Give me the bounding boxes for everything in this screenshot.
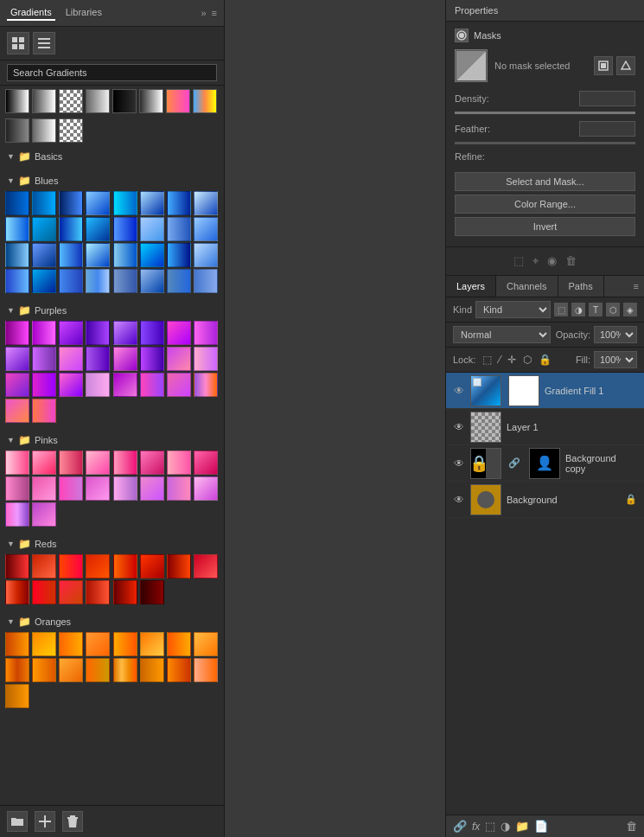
swatch[interactable] bbox=[32, 321, 56, 345]
swatch[interactable] bbox=[113, 373, 137, 397]
delete-layer-icon[interactable]: 🗑 bbox=[626, 820, 637, 833]
swatch[interactable] bbox=[167, 476, 191, 501]
layer-item[interactable]: 👁 Layer 1 bbox=[446, 409, 644, 445]
search-input[interactable] bbox=[7, 64, 217, 81]
swatch[interactable] bbox=[5, 243, 29, 267]
create-folder-button[interactable] bbox=[7, 811, 28, 832]
swatch[interactable] bbox=[194, 632, 218, 656]
toggle-mask-icon[interactable]: ◉ bbox=[547, 254, 557, 268]
shape-filter-icon[interactable]: ⬡ bbox=[606, 303, 620, 316]
fx-icon[interactable]: fx bbox=[472, 821, 480, 833]
panel-options-icon[interactable]: ≡ bbox=[634, 281, 639, 291]
swatch[interactable] bbox=[5, 658, 29, 682]
swatch[interactable] bbox=[86, 243, 110, 267]
swatch[interactable] bbox=[140, 243, 164, 267]
vector-mask-button[interactable] bbox=[616, 56, 635, 75]
swatch[interactable] bbox=[59, 269, 83, 293]
swatch[interactable] bbox=[86, 191, 110, 215]
swatch[interactable] bbox=[5, 554, 29, 578]
selection-icon[interactable]: ⬚ bbox=[513, 254, 524, 268]
feather-input[interactable] bbox=[579, 121, 635, 137]
swatch[interactable] bbox=[5, 450, 29, 475]
swatch[interactable] bbox=[194, 321, 218, 345]
swatch[interactable] bbox=[32, 632, 56, 656]
swatch[interactable] bbox=[113, 476, 137, 501]
swatch[interactable] bbox=[140, 554, 164, 578]
swatch[interactable] bbox=[140, 476, 164, 501]
swatch[interactable] bbox=[86, 554, 110, 578]
swatch[interactable] bbox=[194, 658, 218, 682]
swatch[interactable] bbox=[32, 476, 56, 501]
add-gradient-button[interactable] bbox=[35, 811, 55, 832]
swatch[interactable] bbox=[140, 632, 164, 656]
swatch[interactable] bbox=[5, 580, 29, 604]
lock-paint-icon[interactable]: ∕ bbox=[499, 354, 501, 366]
tab-channels[interactable]: Channels bbox=[496, 276, 558, 297]
kind-select[interactable]: Kind bbox=[475, 301, 551, 318]
swatch[interactable] bbox=[86, 450, 110, 475]
swatch[interactable] bbox=[5, 502, 29, 527]
swatch[interactable] bbox=[113, 347, 137, 371]
swatch[interactable] bbox=[194, 269, 218, 293]
add-mask-icon[interactable]: ⬚ bbox=[485, 820, 495, 833]
blend-mode-select[interactable]: Normal bbox=[453, 326, 551, 343]
swatch[interactable] bbox=[167, 269, 191, 293]
swatch[interactable] bbox=[194, 347, 218, 371]
swatch[interactable] bbox=[32, 399, 56, 423]
swatch[interactable] bbox=[32, 554, 56, 578]
collapse-icon[interactable]: » bbox=[201, 8, 206, 18]
swatch[interactable] bbox=[5, 217, 29, 241]
swatch[interactable] bbox=[140, 191, 164, 215]
lock-artboard-icon[interactable]: ⬡ bbox=[523, 354, 532, 366]
swatch[interactable] bbox=[194, 476, 218, 501]
swatch[interactable] bbox=[32, 118, 56, 143]
swatch[interactable] bbox=[59, 217, 83, 241]
select-and-mask-button[interactable]: Select and Mask... bbox=[455, 172, 635, 191]
swatch[interactable] bbox=[167, 554, 191, 578]
recent-swatch[interactable] bbox=[5, 89, 29, 113]
swatch[interactable] bbox=[32, 347, 56, 371]
swatch[interactable] bbox=[113, 580, 137, 604]
swatch[interactable] bbox=[167, 243, 191, 267]
swatch[interactable] bbox=[140, 580, 164, 604]
swatch[interactable] bbox=[59, 632, 83, 656]
list-view-button[interactable] bbox=[33, 32, 55, 54]
swatch[interactable] bbox=[113, 243, 137, 267]
swatch[interactable] bbox=[5, 684, 29, 708]
group-oranges-header[interactable]: ▼ 📁 Oranges bbox=[5, 613, 219, 630]
swatch[interactable] bbox=[59, 554, 83, 578]
swatch[interactable] bbox=[167, 347, 191, 371]
swatch[interactable] bbox=[86, 217, 110, 241]
lock-all-icon[interactable]: 🔒 bbox=[539, 354, 552, 366]
swatch[interactable] bbox=[194, 243, 218, 267]
swatch[interactable] bbox=[86, 580, 110, 604]
lock-pixels-icon[interactable]: ⬚ bbox=[482, 354, 492, 366]
new-group-icon[interactable]: 📁 bbox=[515, 820, 529, 833]
recent-swatch[interactable] bbox=[112, 89, 137, 113]
pixel-filter-icon[interactable]: ⬚ bbox=[554, 303, 568, 316]
swatch[interactable] bbox=[140, 450, 164, 475]
swatch[interactable] bbox=[167, 191, 191, 215]
lock-move-icon[interactable]: ✛ bbox=[507, 354, 516, 366]
color-range-button[interactable]: Color Range... bbox=[455, 195, 635, 214]
swatch[interactable] bbox=[5, 632, 29, 656]
swatch[interactable] bbox=[167, 321, 191, 345]
swatch[interactable] bbox=[86, 373, 110, 397]
swatch[interactable] bbox=[59, 243, 83, 267]
grid-view-button[interactable] bbox=[7, 32, 29, 54]
group-basics-header[interactable]: ▼ 📁 Layers Basics bbox=[5, 148, 219, 165]
swatch[interactable] bbox=[113, 450, 137, 475]
swatch[interactable] bbox=[59, 321, 83, 345]
swatch[interactable] bbox=[140, 373, 164, 397]
swatch[interactable] bbox=[140, 347, 164, 371]
swatch[interactable] bbox=[113, 632, 137, 656]
new-layer-icon[interactable]: 📄 bbox=[534, 820, 548, 833]
delete-gradient-button[interactable] bbox=[62, 811, 83, 832]
density-slider[interactable] bbox=[455, 112, 635, 114]
link-layers-icon[interactable]: 🔗 bbox=[453, 820, 467, 833]
swatch[interactable] bbox=[86, 658, 110, 682]
smart-filter-icon[interactable]: ◈ bbox=[623, 303, 637, 316]
swatch[interactable] bbox=[59, 580, 83, 604]
swatch[interactable] bbox=[59, 347, 83, 371]
menu-icon[interactable]: ≡ bbox=[212, 8, 217, 18]
